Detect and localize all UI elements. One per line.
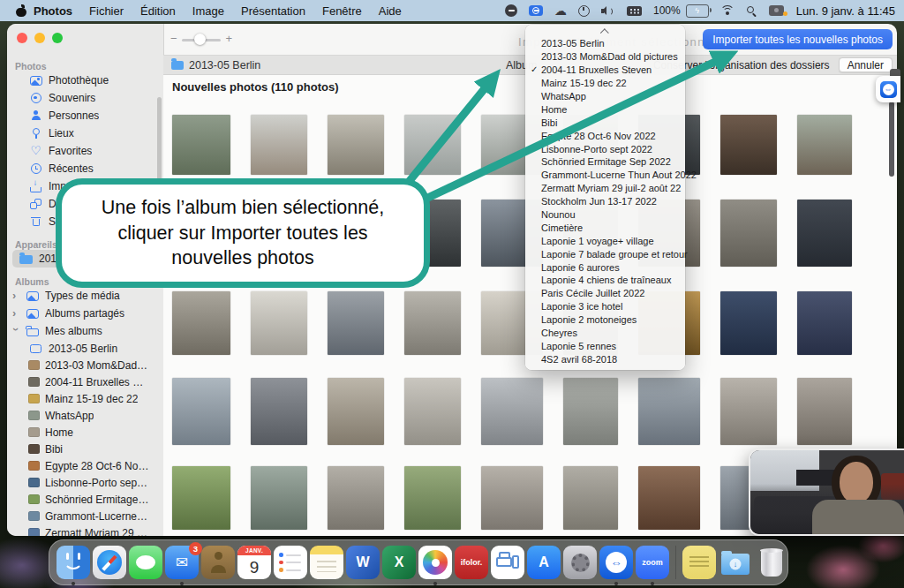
focus-icon[interactable]	[505, 4, 517, 17]
volume-icon[interactable]	[601, 5, 615, 16]
sidebar-item-albums-partag-s[interactable]: ›Albums partagés	[7, 305, 163, 322]
photo-thumbnail[interactable]	[720, 291, 777, 355]
screen-mirroring-icon[interactable]	[529, 5, 543, 17]
dropdown-item-mainz-15-19-dec-22[interactable]: Mainz 15-19 dec 22	[525, 77, 685, 90]
dropdown-item-whatsapp[interactable]: WhatsApp	[525, 90, 685, 103]
sidebar-item-lieux[interactable]: Lieux	[7, 124, 163, 142]
chevron-right-icon[interactable]: ›	[12, 310, 19, 317]
teamviewer-edge-panel[interactable]: ⇔	[876, 76, 900, 102]
dropdown-item-laponie-3-ice-hotel[interactable]: Laponie 3 ice hotel	[525, 300, 685, 313]
menu-fen-tre[interactable]: Fenêtre	[322, 4, 362, 18]
dropdown-item-stockholm-jun-13-17-2022[interactable]: Stockholm Jun 13-17 2022	[525, 195, 685, 208]
zoom-button[interactable]	[52, 33, 63, 43]
photo-thumbnail[interactable]	[404, 466, 461, 530]
dock-notes[interactable]	[310, 546, 343, 579]
sidebar-item-whatsapp[interactable]: WhatsApp	[7, 407, 163, 424]
dock-ifolor[interactable]: ifolor.	[455, 546, 488, 579]
apple-menu-icon[interactable]	[16, 4, 26, 18]
photo-thumbnail[interactable]	[251, 115, 307, 175]
menu--dition[interactable]: Édition	[140, 4, 176, 18]
chevron-down-icon[interactable]: ›	[12, 328, 19, 335]
slider-knob[interactable]	[194, 34, 206, 45]
dock-reminders[interactable]	[274, 546, 307, 579]
dropdown-item-paris-c-cile-juillet-2022[interactable]: Paris Cécile Juillet 2022	[525, 287, 685, 300]
user-switch-icon[interactable]	[769, 5, 784, 16]
photo-thumbnail[interactable]	[563, 378, 618, 445]
dropdown-item-egypte-28-oct-6-nov-2022[interactable]: Egypte 28 Oct-6 Nov 2022	[525, 129, 685, 142]
dock-trash[interactable]	[755, 546, 788, 579]
dock-safari[interactable]	[93, 546, 126, 579]
dock-mail[interactable]: ✉3	[165, 546, 199, 579]
dock-settings[interactable]	[563, 546, 597, 579]
photo-thumbnail[interactable]	[481, 378, 543, 445]
dock-excel[interactable]: X	[382, 546, 416, 579]
zoom-out-icon[interactable]: −	[170, 32, 177, 45]
zoom-in-icon[interactable]: +	[225, 32, 232, 45]
sidebar-item-grammont-lucerne-thun-aout-202[interactable]: Grammont-Lucerne Thun Aout 2022	[7, 508, 163, 524]
dock-app-store[interactable]: A	[527, 546, 561, 579]
sidebar-item-phototh-que[interactable]: Photothèque	[7, 72, 163, 89]
sidebar-item-mainz-15-19-dec-22[interactable]: Mainz 15-19 dec 22	[7, 390, 163, 407]
photo-thumbnail[interactable]	[328, 466, 384, 530]
sidebar-item-personnes[interactable]: Personnes	[7, 107, 163, 124]
photo-thumbnail[interactable]	[720, 378, 777, 445]
dock-image-capture[interactable]	[491, 546, 524, 579]
sidebar-item-eg-ypte-28-oct-6-nov-2022[interactable]: Eg​ypte 28 Oct-6 Nov 2022	[7, 457, 163, 474]
spotlight-icon[interactable]	[746, 5, 757, 17]
dock-calendar[interactable]: JANV.9	[237, 546, 271, 579]
menu-aide[interactable]: Aide	[379, 4, 402, 18]
photo-thumbnail[interactable]	[404, 291, 461, 355]
sidebar-item-zermatt-myriam-29-juil-2-ao-t-[interactable]: Zermatt Myriam 29 juil-2 août 22	[7, 524, 163, 536]
dock-photos[interactable]	[418, 546, 452, 579]
photo-thumbnail[interactable]	[251, 378, 307, 445]
photo-thumbnail[interactable]	[720, 200, 777, 267]
dropdown-item-laponie-7-balade-groupe-et-ret[interactable]: Laponie 7 balade groupe et retour	[525, 247, 685, 260]
keyboard-icon[interactable]	[627, 6, 642, 16]
photo-thumbnail[interactable]	[172, 291, 230, 355]
photo-thumbnail[interactable]	[720, 115, 777, 175]
dropdown-item-nounou[interactable]: Nounou	[525, 208, 685, 222]
dropdown-item-2013-03-mom-dad-old-pictures[interactable]: 2013-03 Mom&Dad old pictures	[525, 50, 685, 64]
dropdown-item-2013-05-berlin[interactable]: 2013-05 Berlin	[525, 37, 685, 50]
sidebar-item-2013-05-berlin[interactable]: 2013-05 Berlin	[7, 340, 163, 357]
photo-thumbnail[interactable]	[172, 115, 230, 175]
photo-thumbnail[interactable]	[328, 115, 384, 175]
dropdown-item-laponie-2-motoneiges[interactable]: Laponie 2 motoneiges	[525, 313, 685, 327]
sidebar-item-2004-11-bruxelles-steven[interactable]: 2004-11 Bruxelles Steven	[7, 373, 163, 390]
dock-stickies[interactable]	[682, 546, 716, 579]
sidebar-item-bibi[interactable]: Bibi	[7, 441, 163, 457]
dropdown-item-laponie-1-voyage-village[interactable]: Laponie 1 voyage+ village	[525, 234, 685, 247]
sidebar-item-types-de-m-dia[interactable]: ›Types de média	[7, 287, 163, 305]
content-scrollbar[interactable]	[889, 102, 894, 177]
scroll-up-chevron-icon[interactable]	[525, 27, 685, 37]
sidebar-item-sch-nried-ermitage-sep-2022[interactable]: Schönried Ermitage Sep 2022	[7, 491, 163, 508]
photo-thumbnail[interactable]	[328, 378, 384, 445]
battery-icon[interactable]: ϟ	[686, 4, 709, 18]
dropdown-item-2004-11-bruxelles-steven[interactable]: ✓2004-11 Bruxelles Steven	[525, 64, 685, 77]
dock-downloads[interactable]	[719, 546, 752, 579]
photo-thumbnail[interactable]	[328, 291, 384, 355]
menu-fichier[interactable]: Fichier	[89, 4, 124, 18]
dock-messages[interactable]	[129, 546, 162, 579]
dock-word[interactable]: W	[346, 546, 380, 579]
sidebar-item-mes-albums[interactable]: ›Mes albums	[7, 322, 163, 340]
photo-thumbnail[interactable]	[638, 466, 700, 530]
dropdown-item-cheyres[interactable]: Cheyres	[525, 327, 685, 340]
import-all-button[interactable]: Importer toutes les nouvelles photos	[703, 29, 893, 49]
sidebar-item-lisbonne-porto-sept-2022[interactable]: Lisbonne-Porto sept 2022	[7, 474, 163, 491]
menu-photos[interactable]: Photos	[34, 4, 72, 18]
sidebar-item-souvenirs[interactable]: Souvenirs	[7, 89, 163, 107]
photo-thumbnail[interactable]	[172, 466, 230, 530]
photo-thumbnail[interactable]	[251, 466, 307, 530]
photo-thumbnail[interactable]	[563, 466, 618, 530]
menu-pr-sentation[interactable]: Présentation	[241, 4, 305, 18]
dock-contacts[interactable]	[201, 546, 235, 579]
sidebar-item-home[interactable]: Home	[7, 424, 163, 441]
time-machine-icon[interactable]	[578, 5, 590, 17]
photo-thumbnail[interactable]	[404, 378, 461, 445]
menu-clock[interactable]: Lun. 9 janv. à 11:45	[796, 4, 895, 18]
thumbnail-zoom-slider[interactable]: − +	[170, 34, 232, 46]
photo-thumbnail[interactable]	[251, 291, 307, 355]
close-button[interactable]	[17, 33, 27, 43]
photo-thumbnail[interactable]	[404, 115, 461, 175]
